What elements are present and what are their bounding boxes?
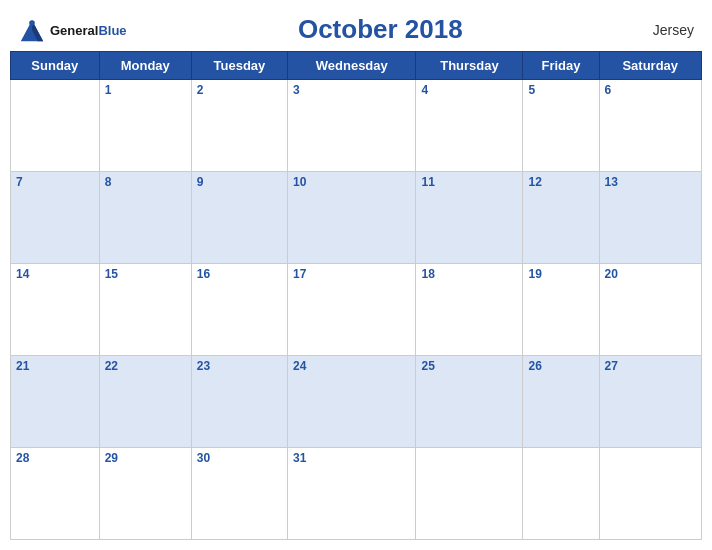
table-row: 16 <box>191 264 287 356</box>
day-number: 2 <box>197 83 282 97</box>
table-row <box>599 448 701 540</box>
day-number: 8 <box>105 175 186 189</box>
svg-point-3 <box>29 20 35 26</box>
calendar-row: 14151617181920 <box>11 264 702 356</box>
weekday-header-row: Sunday Monday Tuesday Wednesday Thursday… <box>11 52 702 80</box>
table-row: 21 <box>11 356 100 448</box>
calendar: GeneralBlue October 2018 Jersey Sunday M… <box>0 0 712 550</box>
calendar-header: GeneralBlue October 2018 Jersey <box>10 10 702 51</box>
day-number: 18 <box>421 267 517 281</box>
table-row: 15 <box>99 264 191 356</box>
day-number: 22 <box>105 359 186 373</box>
table-row: 27 <box>599 356 701 448</box>
table-row: 2 <box>191 80 287 172</box>
table-row: 20 <box>599 264 701 356</box>
day-number: 19 <box>528 267 593 281</box>
day-number: 16 <box>197 267 282 281</box>
table-row: 6 <box>599 80 701 172</box>
day-number: 4 <box>421 83 517 97</box>
table-row: 17 <box>288 264 416 356</box>
day-number: 9 <box>197 175 282 189</box>
table-row: 23 <box>191 356 287 448</box>
day-number: 12 <box>528 175 593 189</box>
header-sunday: Sunday <box>11 52 100 80</box>
header-monday: Monday <box>99 52 191 80</box>
day-number: 14 <box>16 267 94 281</box>
header-thursday: Thursday <box>416 52 523 80</box>
header-friday: Friday <box>523 52 599 80</box>
day-number: 17 <box>293 267 410 281</box>
table-row: 31 <box>288 448 416 540</box>
table-row: 4 <box>416 80 523 172</box>
table-row: 28 <box>11 448 100 540</box>
day-number: 10 <box>293 175 410 189</box>
calendar-table: Sunday Monday Tuesday Wednesday Thursday… <box>10 51 702 540</box>
logo-area: GeneralBlue <box>18 16 127 44</box>
table-row: 25 <box>416 356 523 448</box>
day-number: 3 <box>293 83 410 97</box>
table-row <box>11 80 100 172</box>
table-row: 24 <box>288 356 416 448</box>
day-number: 30 <box>197 451 282 465</box>
table-row: 19 <box>523 264 599 356</box>
day-number: 25 <box>421 359 517 373</box>
logo-general: General <box>50 23 98 38</box>
table-row: 9 <box>191 172 287 264</box>
day-number: 20 <box>605 267 696 281</box>
table-row: 30 <box>191 448 287 540</box>
day-number: 31 <box>293 451 410 465</box>
day-number: 24 <box>293 359 410 373</box>
day-number: 21 <box>16 359 94 373</box>
calendar-row: 78910111213 <box>11 172 702 264</box>
table-row: 13 <box>599 172 701 264</box>
day-number: 15 <box>105 267 186 281</box>
header-saturday: Saturday <box>599 52 701 80</box>
table-row: 26 <box>523 356 599 448</box>
day-number: 23 <box>197 359 282 373</box>
table-row: 14 <box>11 264 100 356</box>
day-number: 11 <box>421 175 517 189</box>
table-row: 5 <box>523 80 599 172</box>
calendar-row: 123456 <box>11 80 702 172</box>
table-row: 8 <box>99 172 191 264</box>
day-number: 5 <box>528 83 593 97</box>
calendar-row: 28293031 <box>11 448 702 540</box>
generalblue-logo-icon <box>18 16 46 44</box>
table-row: 3 <box>288 80 416 172</box>
day-number: 29 <box>105 451 186 465</box>
table-row: 18 <box>416 264 523 356</box>
day-number: 1 <box>105 83 186 97</box>
table-row: 12 <box>523 172 599 264</box>
table-row: 7 <box>11 172 100 264</box>
table-row <box>416 448 523 540</box>
table-row: 10 <box>288 172 416 264</box>
header-wednesday: Wednesday <box>288 52 416 80</box>
table-row <box>523 448 599 540</box>
header-tuesday: Tuesday <box>191 52 287 80</box>
day-number: 27 <box>605 359 696 373</box>
region-label: Jersey <box>634 22 694 38</box>
logo-blue: Blue <box>98 23 126 38</box>
calendar-title: October 2018 <box>127 14 634 45</box>
day-number: 7 <box>16 175 94 189</box>
table-row: 29 <box>99 448 191 540</box>
day-number: 28 <box>16 451 94 465</box>
logo-text: GeneralBlue <box>50 21 127 39</box>
day-number: 13 <box>605 175 696 189</box>
table-row: 1 <box>99 80 191 172</box>
table-row: 22 <box>99 356 191 448</box>
calendar-row: 21222324252627 <box>11 356 702 448</box>
day-number: 26 <box>528 359 593 373</box>
day-number: 6 <box>605 83 696 97</box>
table-row: 11 <box>416 172 523 264</box>
